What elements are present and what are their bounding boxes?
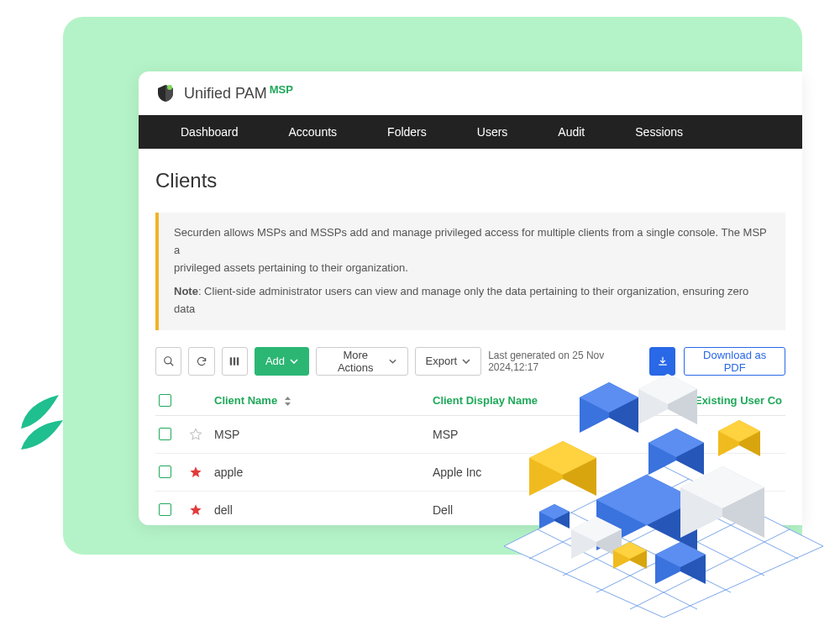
page-title: Clients <box>155 169 785 192</box>
isometric-decoration <box>487 340 840 618</box>
svg-rect-5 <box>237 357 239 365</box>
brand-name: Unified PAM <box>184 86 267 103</box>
shield-logo-icon <box>155 83 176 103</box>
nav-folders[interactable]: Folders <box>362 115 452 149</box>
cell-client-name: MSP <box>214 428 433 441</box>
svg-line-2 <box>170 363 173 366</box>
row-checkbox[interactable] <box>159 466 171 478</box>
chevron-down-icon <box>389 359 396 364</box>
add-label: Add <box>265 355 285 367</box>
refresh-button[interactable] <box>188 347 214 376</box>
nav-audit[interactable]: Audit <box>533 115 610 149</box>
search-icon <box>163 355 175 367</box>
search-button[interactable] <box>155 347 181 376</box>
chevron-down-icon <box>462 359 470 364</box>
svg-rect-3 <box>230 357 232 365</box>
svg-point-1 <box>164 357 171 364</box>
columns-button[interactable] <box>222 347 248 376</box>
chevron-down-icon <box>290 359 298 364</box>
nav-dashboard[interactable]: Dashboard <box>155 115 264 149</box>
nav-accounts[interactable]: Accounts <box>264 115 363 149</box>
sort-icon <box>284 397 291 406</box>
cell-client-name: dell <box>214 503 433 517</box>
info-note-text: : Client-side administrator users can vi… <box>174 285 748 315</box>
select-all-checkbox[interactable] <box>159 394 171 407</box>
more-actions-button[interactable]: More Actions <box>316 347 408 376</box>
export-button[interactable]: Export <box>415 347 482 376</box>
add-button[interactable]: Add <box>255 347 309 376</box>
column-client-name[interactable]: Client Name <box>214 394 433 407</box>
cell-client-name: apple <box>214 466 433 479</box>
export-label: Export <box>426 355 458 367</box>
refresh-icon <box>196 355 207 367</box>
svg-point-0 <box>167 85 172 90</box>
brand-suffix: MSP <box>270 83 293 96</box>
columns-icon <box>228 355 240 367</box>
row-checkbox[interactable] <box>159 503 171 516</box>
info-note-label: Note <box>174 285 198 297</box>
app-header: Unified PAMMSP <box>139 71 802 115</box>
info-banner: Securden allows MSPs and MSSPs add and m… <box>155 213 785 330</box>
info-line1: Securden allows MSPs and MSSPs add and m… <box>174 226 767 256</box>
nav-users[interactable]: Users <box>452 115 533 149</box>
more-label: More Actions <box>327 349 384 374</box>
nav-sessions[interactable]: Sessions <box>610 115 708 149</box>
brand: Unified PAMMSP <box>184 83 293 103</box>
row-checkbox[interactable] <box>159 428 171 440</box>
star-icon[interactable] <box>189 466 202 479</box>
info-line2: privileged assets pertaining to their or… <box>174 260 770 277</box>
svg-rect-4 <box>234 357 235 365</box>
main-nav: Dashboard Accounts Folders Users Audit S… <box>139 115 802 149</box>
star-icon[interactable] <box>189 503 202 517</box>
star-icon[interactable] <box>189 428 202 441</box>
leaf-decoration <box>8 378 76 462</box>
